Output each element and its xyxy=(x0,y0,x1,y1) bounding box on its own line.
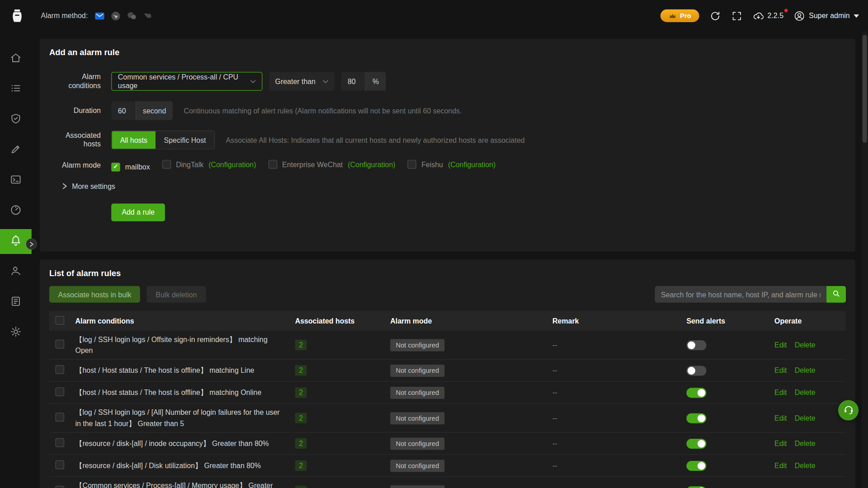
edit-link[interactable]: Edit xyxy=(774,461,787,469)
delete-link[interactable]: Delete xyxy=(795,414,816,422)
segment-specific-host[interactable]: Specific Host xyxy=(156,131,214,149)
rule-hosts-count[interactable]: 2 xyxy=(295,340,307,350)
user-menu[interactable]: Super admin xyxy=(794,10,859,21)
threshold-input[interactable] xyxy=(341,77,365,85)
checkbox-label: Feishu xyxy=(421,160,443,168)
send-alerts-toggle[interactable] xyxy=(686,366,706,375)
alarm-mode-option: DingTalk(Configuration) xyxy=(162,160,256,169)
mailbox-icon[interactable] xyxy=(94,10,105,21)
rule-hosts-count[interactable]: 2 xyxy=(295,365,307,375)
rules-table-body: 【log / SSH login logs / Offsite sign-in … xyxy=(49,331,846,488)
row-checkbox[interactable] xyxy=(55,340,64,349)
page-scrollbar[interactable] xyxy=(861,32,868,488)
app-logo-icon[interactable] xyxy=(9,8,26,24)
edit-link[interactable]: Edit xyxy=(774,439,787,447)
checkbox[interactable] xyxy=(408,160,417,169)
sidebar-collapse-button[interactable] xyxy=(26,239,37,249)
row-checkbox[interactable] xyxy=(55,413,64,422)
duration-input[interactable] xyxy=(111,107,136,115)
headset-icon xyxy=(843,404,854,417)
alarm-rules-table: Alarm conditionsAssociated hostsAlarm mo… xyxy=(49,311,846,488)
send-alerts-toggle[interactable] xyxy=(686,388,706,398)
refresh-icon[interactable] xyxy=(710,10,721,21)
home-icon xyxy=(10,52,22,66)
metric-select[interactable]: Common services / Process-all / CPU usag… xyxy=(111,72,262,91)
select-all-checkbox[interactable] xyxy=(55,316,64,325)
sidebar-item-ledger[interactable] xyxy=(0,287,32,318)
rule-hosts-count[interactable]: 2 xyxy=(295,486,307,488)
configuration-link[interactable]: (Configuration) xyxy=(208,160,256,168)
chevron-down-icon xyxy=(323,80,328,84)
scrollbar-thumb[interactable] xyxy=(863,35,867,143)
associated-hosts-segment: All hostsSpecific Host xyxy=(111,131,215,150)
sidebar-item-settings[interactable] xyxy=(0,318,32,348)
checkbox[interactable] xyxy=(162,160,171,169)
associate-hosts-bulk-button[interactable]: Associate hosts in bulk xyxy=(49,286,140,303)
search-input[interactable] xyxy=(655,286,827,303)
table-row: 【log / SSH login logs / [All] Number of … xyxy=(49,404,846,432)
pro-badge[interactable]: Pro xyxy=(660,9,699,22)
sidebar-item-home[interactable] xyxy=(0,44,32,74)
checkbox-label: Enterprise WeChat xyxy=(282,160,343,168)
rule-hosts-count[interactable]: 2 xyxy=(295,460,307,471)
send-alerts-toggle[interactable] xyxy=(686,438,706,448)
edit-link[interactable]: Edit xyxy=(774,414,787,422)
edit-link[interactable]: Edit xyxy=(774,341,787,349)
delete-link[interactable]: Delete xyxy=(795,389,816,397)
column-header: Associated hosts xyxy=(295,311,391,331)
rule-hosts-count[interactable]: 2 xyxy=(295,387,307,398)
checkbox[interactable] xyxy=(111,162,120,171)
edit-link[interactable]: Edit xyxy=(774,389,787,397)
sidebar-item-list[interactable] xyxy=(0,74,32,104)
column-header: Send alerts xyxy=(686,311,774,331)
row-checkbox[interactable] xyxy=(55,486,64,488)
delete-link[interactable]: Delete xyxy=(795,366,816,375)
rule-hosts-count[interactable]: 2 xyxy=(295,438,307,449)
delete-link[interactable]: Delete xyxy=(795,341,816,349)
edit-link[interactable]: Edit xyxy=(774,366,787,375)
gauge-icon xyxy=(10,204,22,218)
add-rule-button[interactable]: Add a rule xyxy=(111,203,165,221)
delete-link[interactable]: Delete xyxy=(795,461,816,469)
toggle-knob xyxy=(688,341,695,349)
row-checkbox[interactable] xyxy=(55,365,64,374)
rule-condition: 【log / SSH login logs / [All] Number of … xyxy=(75,408,280,427)
more-settings-label: More settings xyxy=(72,182,115,190)
sidebar-item-security[interactable] xyxy=(0,104,32,135)
configuration-link[interactable]: (Configuration) xyxy=(348,160,395,168)
row-checkbox[interactable] xyxy=(55,387,64,396)
fullscreen-icon[interactable] xyxy=(731,10,742,21)
table-row: 【host / Host status / The host is offlin… xyxy=(49,359,846,381)
send-alerts-toggle[interactable] xyxy=(686,413,706,423)
sidebar-item-dashboard[interactable] xyxy=(0,196,32,226)
alarm-mode-options: mailboxDingTalk(Configuration)Enterprise… xyxy=(111,160,508,171)
rule-hosts-count[interactable]: 2 xyxy=(295,413,307,423)
checkbox[interactable] xyxy=(268,160,277,169)
version-indicator[interactable]: 2.2.5 xyxy=(753,10,783,21)
column-header: Alarm mode xyxy=(390,311,552,331)
sidebar-item-terminal[interactable] xyxy=(0,165,32,196)
sidebar-item-edit[interactable] xyxy=(0,135,32,165)
send-alerts-toggle[interactable] xyxy=(686,460,706,470)
shield-icon xyxy=(10,113,22,127)
delete-link[interactable]: Delete xyxy=(795,439,816,447)
checkbox-label: mailbox xyxy=(125,163,150,171)
more-settings-toggle[interactable]: More settings xyxy=(62,182,846,190)
wechat-icon[interactable] xyxy=(126,10,137,21)
sidebar-item-users[interactable] xyxy=(0,257,32,287)
send-alerts-toggle[interactable] xyxy=(686,340,706,350)
search-button[interactable] xyxy=(826,286,846,303)
row-checkbox[interactable] xyxy=(55,438,64,447)
operator-select[interactable]: Greater than xyxy=(269,72,334,91)
dingtalk-icon[interactable] xyxy=(110,10,121,21)
list-icon xyxy=(10,82,22,96)
configuration-link[interactable]: (Configuration) xyxy=(448,160,495,168)
row-checkbox[interactable] xyxy=(55,460,64,469)
feishu-icon[interactable] xyxy=(142,10,153,21)
duration-label: Duration xyxy=(49,106,101,115)
table-header-row: Alarm conditionsAssociated hostsAlarm mo… xyxy=(49,311,846,331)
support-fab-button[interactable] xyxy=(838,400,859,420)
segment-all-hosts[interactable]: All hosts xyxy=(112,131,156,149)
send-alerts-toggle[interactable] xyxy=(686,486,706,488)
bulk-deletion-button[interactable]: Bulk deletion xyxy=(147,286,206,303)
